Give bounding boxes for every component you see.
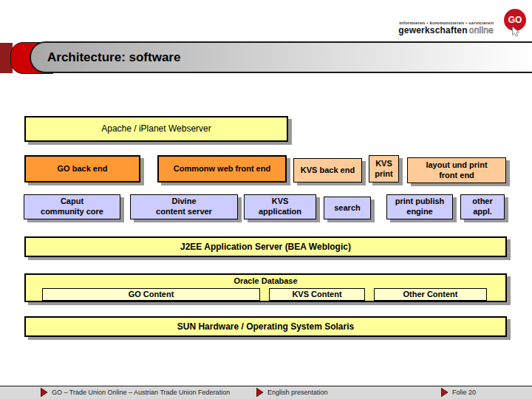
footer-arrow-icon [256, 388, 263, 397]
go-content-box: GO Content [42, 288, 260, 301]
search-box: search [324, 197, 371, 219]
footer-arrow-icon [441, 388, 448, 397]
mouse-cursor-icon [511, 27, 520, 38]
commonw-frontend-box: Commonw web front end [157, 155, 287, 183]
webserver-box: Apache / iPlanet Webserver [24, 116, 288, 142]
brand-logo: informieren • kommunizieren • serviciere… [398, 21, 494, 35]
go-backend-box: GO back end [24, 155, 140, 183]
kvs-content-box: KVS Content [269, 288, 365, 301]
footer-left-label: GO – Trade Union Online – Austrian Trade… [52, 389, 230, 396]
caput-core-box: Caput community core [24, 194, 120, 219]
oracle-db-box: Oracle Database GO Content KVS Content O… [24, 273, 507, 302]
brand-name-bold: gewerkschaften [398, 25, 468, 35]
other-appl-box: other appl. [460, 194, 505, 219]
footer-left: GO – Trade Union Online – Austrian Trade… [41, 388, 230, 397]
print-publish-box: print publish engine [386, 194, 453, 219]
presentation-slide: informieren • kommunizieren • serviciere… [0, 0, 532, 399]
sun-hardware-box: SUN Hardware / Operating System Solaris [24, 316, 507, 337]
kvs-application-box: KVS application [244, 194, 316, 219]
oracle-db-title: Oracle Database [26, 276, 505, 287]
divine-server-box: Divine content server [130, 194, 238, 219]
header-bar: Architecture: software [30, 41, 532, 73]
footer-arrow-icon [41, 388, 47, 397]
footer-right: Folie 20 [441, 388, 476, 397]
kvs-backend-box: KVS back end [293, 158, 362, 183]
footer-center: English presentation [256, 388, 328, 397]
brand-name: gewerkschaftenonline [398, 26, 494, 35]
page-title: Architecture: software [47, 50, 180, 65]
other-content-box: Other Content [374, 288, 487, 301]
brand-name-light: online [469, 25, 494, 35]
footer-page-number: Folie 20 [452, 389, 476, 396]
footer-center-label: English presentation [267, 389, 328, 396]
kvs-print-box: KVS print [369, 155, 399, 183]
j2ee-server-box: J2EE Application Server (BEA Weblogic) [24, 236, 507, 257]
layout-print-frontend-box: layout und print front end [407, 157, 506, 183]
go-balloon-label: GO [508, 15, 522, 25]
